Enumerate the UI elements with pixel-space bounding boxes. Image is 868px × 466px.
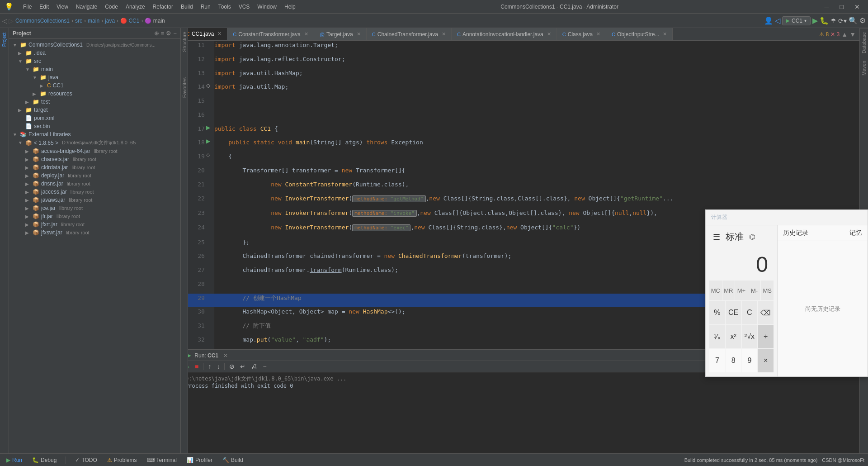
- toolbar-back-icon[interactable]: ◁: [2, 17, 7, 24]
- run-tab-close[interactable]: ✕: [223, 352, 228, 359]
- debug-button[interactable]: 🐛: [820, 16, 829, 25]
- tree-resources[interactable]: ▶ 📁 resources: [9, 90, 180, 98]
- search-everywhere-icon[interactable]: 👤: [764, 16, 773, 25]
- calc-menu-icon[interactable]: ☰: [713, 232, 720, 242]
- database-tab[interactable]: Database: [860, 28, 868, 57]
- menu-item-navigate[interactable]: Navigate: [73, 3, 100, 11]
- menu-item-vcs[interactable]: VCS: [236, 3, 253, 11]
- menu-item-run[interactable]: Run: [198, 3, 213, 11]
- stop-button[interactable]: ■: [193, 362, 200, 371]
- tree-pom[interactable]: 📄 pom.xml: [9, 114, 180, 122]
- tree-jce[interactable]: ▶ 📦 jce.jar library root: [9, 204, 180, 212]
- menu-item-help[interactable]: Help: [282, 3, 298, 11]
- calc-mplus[interactable]: M+: [735, 281, 748, 300]
- calc-c[interactable]: C: [742, 301, 758, 324]
- tree-test[interactable]: ▶ 📁 test: [9, 98, 180, 106]
- calc-reciprocal[interactable]: ¹⁄ₓ: [709, 325, 725, 348]
- calc-ms[interactable]: MS: [761, 281, 774, 300]
- project-settings-icon[interactable]: ⚙: [166, 30, 171, 37]
- calc-8[interactable]: 8: [726, 349, 741, 372]
- wrap-button[interactable]: ↵: [238, 362, 247, 371]
- tab-target[interactable]: @ Target.java ✕: [314, 28, 367, 41]
- run-toolbar-item[interactable]: ▶ Run: [4, 456, 25, 464]
- calc-backspace[interactable]: ⌫: [758, 301, 774, 324]
- profiler-toolbar-item[interactable]: 📊 Profiler: [184, 456, 215, 464]
- calc-mc[interactable]: MC: [709, 281, 722, 300]
- more-run-options[interactable]: ⟳▾: [838, 17, 847, 24]
- tree-idea[interactable]: ▶ 📁 .idea: [9, 49, 180, 57]
- project-tab-icon[interactable]: Project: [1, 30, 8, 49]
- maven-tab[interactable]: Maven: [860, 57, 868, 79]
- tree-java[interactable]: ▼ 📁 java: [9, 73, 180, 81]
- search-button[interactable]: 🔍: [849, 16, 858, 25]
- tab-close-target[interactable]: ✕: [357, 31, 361, 37]
- tree-target[interactable]: ▶ 📁 target: [9, 106, 180, 114]
- build-toolbar-item[interactable]: 🔨 Build: [220, 456, 246, 464]
- terminal-toolbar-item[interactable]: ⌨ Terminal: [144, 456, 179, 464]
- tree-javaws[interactable]: ▶ 📦 javaws.jar library root: [9, 196, 180, 204]
- tree-jfxrt[interactable]: ▶ 📦 jfxrt.jar library root: [9, 220, 180, 228]
- menu-item-build[interactable]: Build: [178, 3, 196, 11]
- print-button[interactable]: 🖨: [249, 362, 259, 371]
- tab-close-ct[interactable]: ✕: [304, 31, 308, 37]
- tab-annotation[interactable]: C AnnotationInvocationHandler.java ✕: [452, 28, 557, 41]
- tree-access-bridge[interactable]: ▶ 📦 access-bridge-64.jar library root: [9, 147, 180, 155]
- run-button[interactable]: ▶: [812, 16, 818, 25]
- calc-ce[interactable]: CE: [726, 301, 741, 324]
- scroll-up-button[interactable]: ↑: [206, 362, 213, 371]
- debug-toolbar-item[interactable]: 🐛 Debug: [29, 456, 59, 464]
- menu-item-code[interactable]: Code: [102, 3, 121, 11]
- menu-item-view[interactable]: View: [54, 3, 71, 11]
- calc-sci-icon[interactable]: ⌬: [749, 233, 755, 241]
- filter-button[interactable]: ⊘: [227, 362, 236, 371]
- close-run-panel[interactable]: −: [261, 362, 268, 371]
- menu-item-window[interactable]: Window: [255, 3, 279, 11]
- tab-cc1-close[interactable]: ✕: [217, 31, 222, 37]
- run-config-selector[interactable]: ▶ CC1 ▾: [782, 16, 811, 25]
- toolbar-forward-icon[interactable]: ▷: [9, 17, 14, 24]
- calc-sqrt[interactable]: ²√x: [742, 325, 758, 348]
- scroll-down-button[interactable]: ↓: [215, 362, 222, 371]
- tree-jdk[interactable]: ▼ 📦 < 1.8.65 > D:\notes\java\jdk文件\jdk1.…: [9, 138, 180, 147]
- calc-square[interactable]: x²: [726, 325, 741, 348]
- breadcrumb-src[interactable]: src: [75, 18, 82, 24]
- settings-button[interactable]: ⚙: [859, 16, 866, 25]
- project-locate-icon[interactable]: ⊕: [154, 30, 159, 37]
- tree-cldrdata[interactable]: ▶ 📦 cldrdata.jar library root: [9, 163, 180, 171]
- breadcrumb-java[interactable]: java: [105, 18, 115, 24]
- tab-close-ois[interactable]: ✕: [663, 31, 667, 37]
- project-collapse-icon[interactable]: ≡: [161, 30, 165, 37]
- calc-mr[interactable]: MR: [722, 281, 735, 300]
- tree-jfxswt[interactable]: ▶ 📦 jfxswt.jar library root: [9, 228, 180, 237]
- tree-root[interactable]: ▼ 📁 CommonsCollections1 D:\notes\java\pr…: [9, 41, 180, 49]
- problems-toolbar-item[interactable]: ⚠ Problems: [104, 456, 140, 464]
- structure-tab[interactable]: Structure: [181, 28, 188, 56]
- tab-constant-transformer[interactable]: C ConstantTransformer.java ✕: [227, 28, 314, 41]
- menu-item-refactor[interactable]: Refactor: [150, 3, 176, 11]
- project-close-icon[interactable]: −: [173, 30, 177, 37]
- minimize-button[interactable]: ─: [821, 2, 833, 11]
- tree-src[interactable]: ▼ 📁 src: [9, 57, 180, 65]
- tab-objectinput[interactable]: C ObjectInputStre... ✕: [606, 28, 673, 41]
- nav-back-icon[interactable]: ◁: [775, 16, 780, 25]
- tree-jaccess[interactable]: ▶ 📦 jaccess.jar library root: [9, 188, 180, 196]
- menu-item-tools[interactable]: Tools: [216, 3, 234, 11]
- tab-close-annotation[interactable]: ✕: [547, 31, 551, 37]
- calc-percent[interactable]: %: [709, 301, 725, 324]
- breadcrumb-method[interactable]: 🟣 main: [145, 18, 165, 24]
- close-button[interactable]: ✕: [851, 2, 863, 11]
- tree-dnsns[interactable]: ▶ 📦 dnsns.jar library root: [9, 180, 180, 188]
- tree-external-libs[interactable]: ▼ 📚 External Libraries: [9, 130, 180, 138]
- tab-close-chained[interactable]: ✕: [442, 31, 446, 37]
- calc-divide[interactable]: ÷: [758, 325, 774, 348]
- breadcrumb-main[interactable]: main: [88, 18, 99, 24]
- coverage-button[interactable]: ☂: [830, 17, 836, 24]
- tree-cc1-class[interactable]: ▶ C CC1: [9, 81, 180, 90]
- tab-class[interactable]: C Class.java ✕: [557, 28, 606, 41]
- breadcrumb-cc1[interactable]: 🔴 CC1: [120, 18, 139, 24]
- calc-mminus[interactable]: M-: [748, 281, 761, 300]
- favorites-tab[interactable]: Favorites: [181, 74, 188, 101]
- maximize-button[interactable]: □: [836, 2, 847, 11]
- tree-deploy[interactable]: ▶ 📦 deploy.jar library root: [9, 171, 180, 180]
- tree-jfr[interactable]: ▶ 📦 jfr.jar library root: [9, 212, 180, 220]
